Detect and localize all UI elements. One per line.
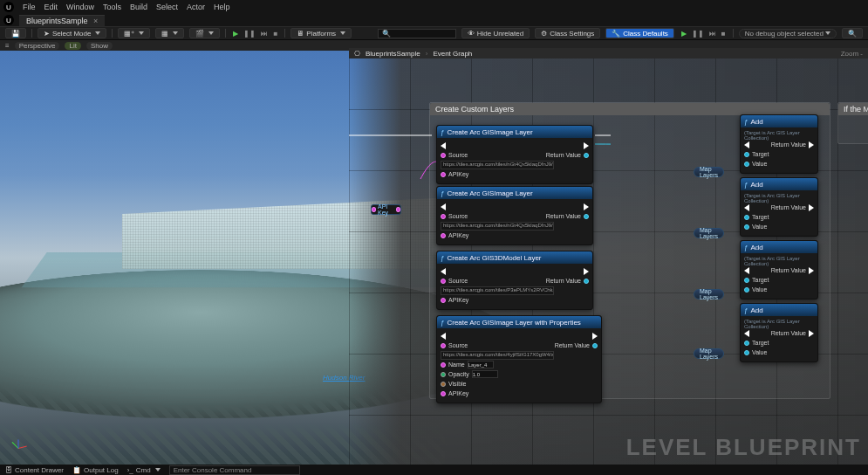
comment-if-map[interactable]: If the M <box>837 102 868 144</box>
class-defaults-button[interactable]: 🔧 Class Defaults <box>605 28 674 38</box>
source-url-field[interactable]: https://tiles.arcgis.com/tiles/nGt4Qx5kl… <box>441 222 554 231</box>
maplayers-node-1[interactable]: Map Layers <box>694 167 724 177</box>
node-add-3[interactable]: ƒAdd (Target is Arc GIS Layer Collection… <box>740 240 818 299</box>
name-pin[interactable]: Name <box>441 361 494 368</box>
add-content-button[interactable]: ▦⁺ <box>118 28 150 38</box>
exec-out-pin[interactable] <box>584 203 589 210</box>
value-pin[interactable]: Value <box>744 161 767 167</box>
source-pin[interactable]: Source <box>441 278 468 284</box>
visible-pin[interactable]: Visible <box>441 381 467 387</box>
exec-in-pin[interactable] <box>744 204 749 211</box>
menu-help[interactable]: Help <box>214 3 230 11</box>
apikey-pin[interactable]: APIKey <box>441 297 468 303</box>
return-value-pin[interactable]: Return Value <box>546 213 589 219</box>
debug-object-dropdown[interactable]: No debug object selected <box>739 29 837 38</box>
close-icon[interactable]: × <box>93 17 98 25</box>
node-create-3dmodel-layer[interactable]: ƒCreate Arc GIS3DModel Layer SourceRetur… <box>436 251 593 310</box>
source-url-field[interactable]: https://tiles.arcgis.com/tiles/4yjifSiIG… <box>441 351 554 360</box>
target-pin[interactable]: Target <box>744 214 769 220</box>
menu-window[interactable]: Window <box>66 3 94 11</box>
perspective-dropdown[interactable]: Perspective <box>15 42 60 50</box>
apikey-variable-node[interactable]: API Key <box>371 204 401 215</box>
exec-in-pin[interactable] <box>744 141 749 148</box>
node-create-image-layer-2[interactable]: ƒCreate Arc GISImage Layer SourceReturn … <box>436 186 593 245</box>
menu-select[interactable]: Select <box>156 3 178 11</box>
play-button[interactable]: ▶ <box>680 30 688 38</box>
return-value-pin[interactable]: Return Value <box>546 152 589 158</box>
target-pin[interactable]: Target <box>744 151 769 157</box>
search-find-results[interactable]: 🔍 <box>378 29 456 38</box>
return-value-pin[interactable]: Return Value <box>546 278 589 284</box>
pin-out[interactable] <box>396 207 400 212</box>
exec-out-pin[interactable] <box>592 333 598 340</box>
project-tab[interactable]: BlueprintsSample × <box>19 15 105 26</box>
show-dropdown[interactable]: Show <box>86 42 113 50</box>
menu-file[interactable]: File <box>23 3 36 11</box>
source-url-field[interactable]: https://tiles.arcgis.com/tiles/nGt4Qx5kl… <box>441 161 554 169</box>
value-pin[interactable]: Value <box>744 224 767 230</box>
source-pin[interactable]: Source <box>441 342 468 348</box>
breadcrumb-graph[interactable]: Event Graph <box>433 50 472 58</box>
target-pin[interactable]: Target <box>744 277 769 283</box>
return-value-pin[interactable]: Return Value <box>771 330 814 337</box>
exec-in-pin[interactable] <box>744 330 749 337</box>
menu-build[interactable]: Build <box>130 3 147 11</box>
hide-unrelated-toggle[interactable]: 👁 Hide Unrelated <box>461 28 530 38</box>
content-drawer-button[interactable]: 🗄Content Drawer <box>5 466 64 474</box>
class-settings-button[interactable]: ⚙ Class Settings <box>535 28 600 38</box>
source-url-field[interactable]: https://tiles.arcgis.com/tiles/P3ePLMYs2… <box>441 286 554 295</box>
exec-in-pin[interactable] <box>441 203 446 210</box>
source-pin[interactable]: Source <box>441 213 468 219</box>
exec-in-pin[interactable] <box>441 142 446 149</box>
exec-out-pin[interactable] <box>584 142 589 149</box>
lit-dropdown[interactable]: Lit <box>65 42 80 50</box>
platforms-dropdown[interactable]: 🖥 Platforms <box>290 28 352 38</box>
exec-out-pin[interactable] <box>584 268 589 275</box>
exec-in-pin[interactable] <box>441 268 446 275</box>
breadcrumb-root[interactable]: BlueprintsSample <box>366 50 420 58</box>
return-value-pin[interactable]: Return Value <box>555 342 598 348</box>
node-create-image-layer-props[interactable]: ƒCreate Arc GISImage Layer with Properti… <box>436 315 602 403</box>
comment-title[interactable]: Create Custom Layers <box>430 103 830 115</box>
cinematics-button[interactable]: 🎬 <box>189 28 220 38</box>
source-pin[interactable]: Source <box>441 152 468 158</box>
node-create-image-layer-1[interactable]: ƒCreate Arc GISImage Layer SourceReturn … <box>436 125 593 184</box>
pause-button[interactable]: ❚❚ <box>242 30 257 38</box>
exec-in-pin[interactable] <box>441 333 446 340</box>
node-add-2[interactable]: ƒAdd (Target is Arc GIS Layer Collection… <box>740 177 818 237</box>
play-button[interactable]: ▶ <box>231 30 240 38</box>
return-value-pin[interactable]: Return Value <box>771 204 814 211</box>
output-log-button[interactable]: 📋Output Log <box>72 466 119 474</box>
opacity-pin[interactable]: Opacity <box>441 370 498 378</box>
pin-out[interactable] <box>372 207 376 212</box>
menu-edit[interactable]: Edit <box>44 3 58 11</box>
pause-button[interactable]: ❚❚ <box>690 30 706 38</box>
maplayers-node-3[interactable]: Map Layers <box>694 289 724 299</box>
save-button[interactable]: 💾 <box>5 28 26 38</box>
exec-in-pin[interactable] <box>744 267 749 274</box>
maplayers-node-2[interactable]: Map Layers <box>694 228 724 238</box>
find-in-blueprint-button[interactable]: 🔍 <box>842 28 863 38</box>
console-command-input[interactable]: Enter Console Command <box>169 465 300 475</box>
step-button[interactable]: ⏭ <box>707 30 718 38</box>
stop-button[interactable]: ■ <box>271 30 279 38</box>
apikey-pin[interactable]: APIKey <box>441 232 468 238</box>
comment-title[interactable]: If the M <box>838 103 868 115</box>
node-add-1[interactable]: ƒAdd (Target is Arc GIS Layer Collection… <box>740 114 818 174</box>
maplayers-node-4[interactable]: Map Layers <box>694 348 724 359</box>
apikey-pin[interactable]: APIKey <box>441 171 468 177</box>
select-mode-dropdown[interactable]: ➤ Select Mode <box>38 28 106 38</box>
value-pin[interactable]: Value <box>744 286 767 293</box>
step-button[interactable]: ⏭ <box>259 30 270 38</box>
return-value-pin[interactable]: Return Value <box>771 141 814 148</box>
opacity-field[interactable] <box>472 370 498 378</box>
blueprint-graph[interactable]: ⎔ BlueprintsSample › Event Graph Zoom - … <box>349 48 868 465</box>
apikey-pin[interactable]: APIKey <box>441 390 468 396</box>
menu-actor[interactable]: Actor <box>187 3 205 11</box>
cmd-dropdown[interactable]: ›_Cmd <box>127 466 161 474</box>
stop-button[interactable]: ■ <box>720 30 728 38</box>
return-value-pin[interactable]: Return Value <box>771 267 814 274</box>
menu-tools[interactable]: Tools <box>103 3 121 11</box>
name-field[interactable] <box>468 361 494 368</box>
target-pin[interactable]: Target <box>744 340 769 346</box>
